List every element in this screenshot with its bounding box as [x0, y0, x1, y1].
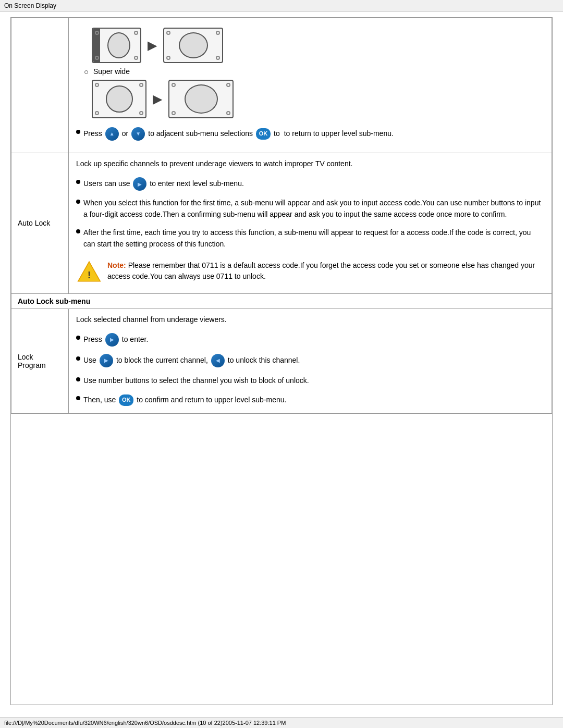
lock-program-row: LockProgram Lock selected channel from u… — [11, 309, 552, 414]
lp-bullet-text-4: Then, use OK to confirm and return to up… — [83, 393, 544, 406]
lp-bullet-dot-4 — [76, 396, 80, 400]
inner-circle-4 — [185, 84, 218, 114]
auto-lock-bullets: Users can use to enter next level sub-me… — [76, 176, 544, 252]
screen-left-1 — [92, 28, 141, 63]
auto-lock-intro: Lock up specific channels to prevent und… — [76, 158, 544, 169]
bullet-dot-3 — [76, 229, 80, 233]
warning-triangle-icon: ! — [76, 260, 102, 283]
lock-program-label: LockProgram — [18, 353, 46, 369]
screen-right-2 — [168, 80, 234, 118]
svg-text:!: ! — [88, 270, 91, 280]
screen-left-2 — [92, 80, 146, 118]
diagram-arrow-1: ▶ — [148, 38, 157, 53]
note-box: ! Note: Please remember that 0711 is a d… — [76, 260, 544, 283]
auto-lock-bullet-2: When you select this function for the fi… — [76, 195, 544, 222]
inner-circle-2 — [179, 32, 208, 58]
diagram-arrow-2: ▶ — [153, 92, 162, 106]
screen-diagram-row: ▶ Super wide — [11, 18, 552, 153]
press-word: Press — [83, 127, 102, 140]
press-to-text: to — [274, 127, 280, 140]
lp-bullet-text-1: Press to enter. — [83, 333, 544, 347]
press-label-lp: Press — [83, 333, 102, 346]
bottom-bar: file:///D|/My%20Documents/dfu/320WN6/eng… — [0, 717, 563, 728]
main-container: ▶ Super wide — [10, 17, 553, 705]
diagram-row-2: ▶ — [92, 80, 544, 118]
lock-then-ok-bullet: Then, use OK to confirm and return to up… — [76, 392, 544, 408]
inner-circle-3 — [106, 85, 133, 113]
auto-lock-bullet-3: After the first time, each time you try … — [76, 225, 544, 252]
note-text: Note: Please remember that 0711 is a def… — [107, 260, 544, 282]
diagram-row-1: ▶ — [92, 28, 544, 63]
auto-lock-bullet-1: Users can use to enter next level sub-me… — [76, 176, 544, 192]
super-wide-label-container: Super wide — [84, 67, 544, 76]
empty-label-cell — [11, 18, 69, 153]
inner-circle-1 — [107, 32, 130, 58]
content-table: ▶ Super wide — [11, 18, 552, 414]
lock-program-label-cell: LockProgram — [11, 309, 69, 414]
bottom-bar-text: file:///D|/My%20Documents/dfu/320WN6/eng… — [4, 720, 286, 726]
screen-right-1 — [163, 28, 223, 63]
enter-arrow-button-lp[interactable] — [105, 333, 119, 347]
note-label: Note: — [107, 261, 126, 269]
bullet-dot-1 — [76, 180, 80, 184]
enter-arrow-button-1[interactable] — [133, 177, 146, 191]
top-bar: On Screen Display — [0, 0, 563, 12]
bullet-text-3: After the first time, each time you try … — [83, 227, 544, 250]
auto-lock-row: Auto Lock Lock up specific channels to p… — [11, 153, 552, 294]
lock-number-buttons-bullet: Use number buttons to select the channel… — [76, 373, 544, 388]
auto-lock-content-cell: Lock up specific channels to prevent und… — [69, 153, 552, 294]
auto-lock-submenu-label: Auto Lock sub-menu — [18, 297, 90, 305]
block-arrow-button[interactable] — [100, 354, 113, 367]
or-text: or — [122, 127, 128, 140]
auto-lock-label-cell: Auto Lock — [11, 153, 69, 294]
lock-press-enter-bullet: Press to enter. — [76, 331, 544, 348]
lp-bullet-dot-3 — [76, 377, 80, 381]
press-bullet-text: Press or to adjacent sub-menu selections… — [83, 127, 544, 141]
then-use-confirm-text: to confirm and return to upper level sub… — [137, 393, 286, 406]
press-bullet-list: Press or to adjacent sub-menu selections… — [76, 126, 544, 142]
screen-diagram-content: ▶ Super wide — [69, 18, 552, 153]
lock-program-intro: Lock selected channel from underage view… — [76, 314, 544, 325]
lp-bullet-text-2: Use to block the current channel, to unl… — [83, 354, 544, 367]
unlock-arrow-button[interactable] — [211, 354, 225, 367]
to-block-text: to block the current channel, — [116, 354, 208, 367]
bullet-dot-2 — [76, 200, 80, 204]
press-instruction: Press or to adjacent sub-menu selections… — [76, 126, 544, 142]
press-return-text: to return to upper level sub-menu. — [284, 127, 394, 140]
bullet-text-1: Users can use to enter next level sub-me… — [83, 177, 544, 191]
down-arrow-button[interactable] — [131, 127, 145, 141]
to-unlock-text: to unlock this channel. — [228, 354, 300, 367]
auto-lock-submenu-header-row: Auto Lock sub-menu — [11, 293, 552, 309]
super-wide-label: Super wide — [93, 67, 130, 76]
lock-program-content-cell: Lock selected channel from underage view… — [69, 309, 552, 414]
auto-lock-label: Auto Lock — [18, 219, 50, 227]
note-content: Please remember that 0711 is a default a… — [107, 261, 535, 280]
auto-lock-submenu-header-cell: Auto Lock sub-menu — [11, 293, 552, 309]
lp-bullet-dot-2 — [76, 356, 80, 361]
top-bar-label: On Screen Display — [4, 2, 56, 9]
ok-button-inline[interactable]: OK — [256, 128, 271, 140]
use-text: Use — [83, 354, 96, 367]
lock-program-bullets: Press to enter. Use to block the current… — [76, 331, 544, 409]
press-or-text: to adjacent sub-menu selections — [148, 127, 253, 140]
bullet-text-2: When you select this function for the fi… — [83, 197, 544, 220]
press-bullet-dot — [76, 130, 80, 134]
lock-use-block-bullet: Use to block the current channel, to unl… — [76, 352, 544, 369]
lp-bullet-text-3: Use number buttons to select the channel… — [83, 375, 544, 386]
lp-bullet-dot-1 — [76, 336, 80, 340]
super-wide-bullet — [84, 70, 88, 74]
to-enter-text: to enter. — [122, 333, 149, 346]
ok-button-lp[interactable]: OK — [119, 394, 133, 406]
up-arrow-button[interactable] — [105, 127, 119, 141]
then-use-text: Then, use — [83, 393, 116, 406]
press-bullet-item: Press or to adjacent sub-menu selections… — [76, 126, 544, 142]
